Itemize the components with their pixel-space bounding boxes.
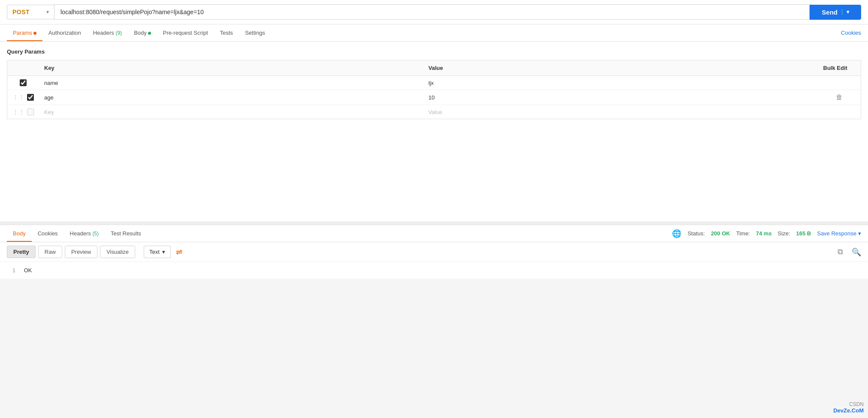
send-chevron-icon: ▾	[842, 9, 849, 15]
panel-divider	[0, 222, 868, 225]
col-header-bulk-edit[interactable]: Bulk Edit	[818, 60, 861, 76]
time-label: Time:	[736, 230, 750, 237]
row-value-2[interactable]: Value	[423, 105, 818, 119]
row-checkbox-cell-2: ⋮⋮	[7, 105, 39, 119]
body-dot	[148, 32, 151, 35]
row-checkbox-1[interactable]	[27, 94, 34, 101]
response-tab-headers-label: Headers	[70, 230, 91, 237]
watermark-line2: DevZe.CoM	[833, 407, 864, 414]
col-header-checkbox	[7, 60, 39, 76]
line-number-1: 1	[7, 267, 15, 274]
wrap-icon[interactable]: ⇌	[176, 247, 182, 257]
watermark-line1: CSDN	[849, 401, 864, 407]
drag-handle[interactable]: ⋮⋮	[12, 108, 24, 115]
row-key-0[interactable]: name	[39, 76, 423, 90]
response-ok-text: OK	[24, 267, 32, 274]
request-tabs: Params Authorization Headers (9) Body Pr…	[0, 24, 868, 42]
response-meta: 🌐 Status: 200 OK Time: 74 ms Size: 165 B…	[672, 229, 861, 238]
params-dot	[33, 32, 36, 35]
size-label: Size:	[778, 230, 790, 237]
format-pretty-button[interactable]: Pretty	[7, 246, 36, 258]
table-row: ⋮⋮ age 10 🗑	[7, 90, 861, 105]
response-tab-body[interactable]: Body	[7, 225, 32, 242]
delete-icon-1[interactable]: 🗑	[836, 93, 843, 101]
col-header-value: Value	[423, 60, 818, 76]
table-row: ⋮⋮ Key Value	[7, 105, 861, 119]
tab-headers-label: Headers	[93, 30, 114, 36]
row-actions-0	[818, 76, 861, 90]
drag-handle[interactable]: ⋮⋮	[12, 94, 24, 101]
method-label: POST	[12, 9, 30, 15]
tab-tests-label: Tests	[220, 30, 233, 36]
tab-tests[interactable]: Tests	[214, 24, 239, 41]
row-actions-1: 🗑	[818, 90, 861, 105]
row-actions-2	[818, 105, 861, 119]
save-response-button[interactable]: Save Response ▾	[817, 230, 861, 237]
send-label: Send	[822, 9, 838, 16]
response-headers-badge: (5)	[92, 231, 99, 237]
tab-settings[interactable]: Settings	[239, 24, 271, 41]
tab-prerequest[interactable]: Pre-request Script	[157, 24, 214, 41]
method-select[interactable]: POST ▾	[7, 5, 54, 19]
size-value: 165 B	[796, 230, 811, 237]
tab-body-label: Body	[134, 30, 147, 36]
row-checkbox-0[interactable]	[20, 79, 27, 86]
tab-prerequest-label: Pre-request Script	[163, 30, 208, 36]
response-tab-test-results-label: Test Results	[111, 230, 141, 237]
response-tab-cookies[interactable]: Cookies	[32, 225, 64, 242]
search-icon[interactable]: 🔍	[852, 247, 861, 257]
row-checkbox-2[interactable]	[27, 108, 34, 115]
row-checkbox-cell-1: ⋮⋮	[7, 90, 39, 105]
tab-body[interactable]: Body	[128, 24, 157, 41]
watermark: CSDN DevZe.CoM	[833, 401, 864, 414]
url-input[interactable]	[54, 4, 810, 20]
format-preview-button[interactable]: Preview	[65, 246, 97, 258]
send-button[interactable]: Send ▾	[810, 5, 861, 20]
save-response-label: Save Response	[817, 230, 856, 237]
response-tab-headers[interactable]: Headers (5)	[64, 225, 105, 242]
url-bar: POST ▾ Send ▾	[0, 0, 868, 24]
response-tab-cookies-label: Cookies	[38, 230, 58, 237]
params-table: Key Value Bulk Edit name ljx	[7, 60, 861, 119]
row-value-1[interactable]: 10	[423, 90, 818, 105]
cookies-link[interactable]: Cookies	[841, 30, 861, 36]
tab-authorization[interactable]: Authorization	[42, 24, 87, 41]
globe-icon: 🌐	[672, 229, 681, 238]
format-visualize-button[interactable]: Visualize	[100, 246, 135, 258]
col-header-key: Key	[39, 60, 423, 76]
response-tabs-row: Body Cookies Headers (5) Test Results 🌐 …	[0, 225, 868, 242]
tab-authorization-label: Authorization	[48, 30, 81, 36]
response-panel: Body Cookies Headers (5) Test Results 🌐 …	[0, 225, 868, 279]
query-params-title: Query Params	[7, 48, 861, 55]
text-dropdown-chevron: ▾	[162, 249, 165, 255]
table-row: name ljx	[7, 76, 861, 90]
response-tab-test-results[interactable]: Test Results	[105, 225, 147, 242]
format-raw-button[interactable]: Raw	[38, 246, 62, 258]
request-panel: Query Params Key Value Bulk Edit name	[0, 42, 868, 222]
tab-headers[interactable]: Headers (9)	[87, 24, 128, 41]
time-value: 74 ms	[756, 230, 772, 237]
response-content: 1 OK	[0, 262, 868, 279]
format-row: Pretty Raw Preview Visualize Text ▾ ⇌ ⧉ …	[0, 242, 868, 262]
text-dropdown[interactable]: Text ▾	[144, 246, 171, 258]
headers-badge: (9)	[115, 30, 122, 36]
status-label: Status:	[687, 230, 705, 237]
status-value: 200 OK	[711, 230, 730, 237]
response-tab-body-label: Body	[13, 230, 26, 237]
row-key-2[interactable]: Key	[39, 105, 423, 119]
text-dropdown-label: Text	[149, 249, 160, 255]
response-line-1: 1 OK	[7, 267, 861, 274]
tab-settings-label: Settings	[245, 30, 265, 36]
copy-icon[interactable]: ⧉	[838, 247, 843, 256]
row-checkbox-cell-0	[7, 76, 39, 90]
tab-params-label: Params	[13, 30, 32, 36]
method-chevron-icon: ▾	[46, 9, 49, 15]
save-response-chevron: ▾	[858, 230, 861, 237]
row-value-0[interactable]: ljx	[423, 76, 818, 90]
row-key-1[interactable]: age	[39, 90, 423, 105]
tab-params[interactable]: Params	[7, 24, 42, 41]
